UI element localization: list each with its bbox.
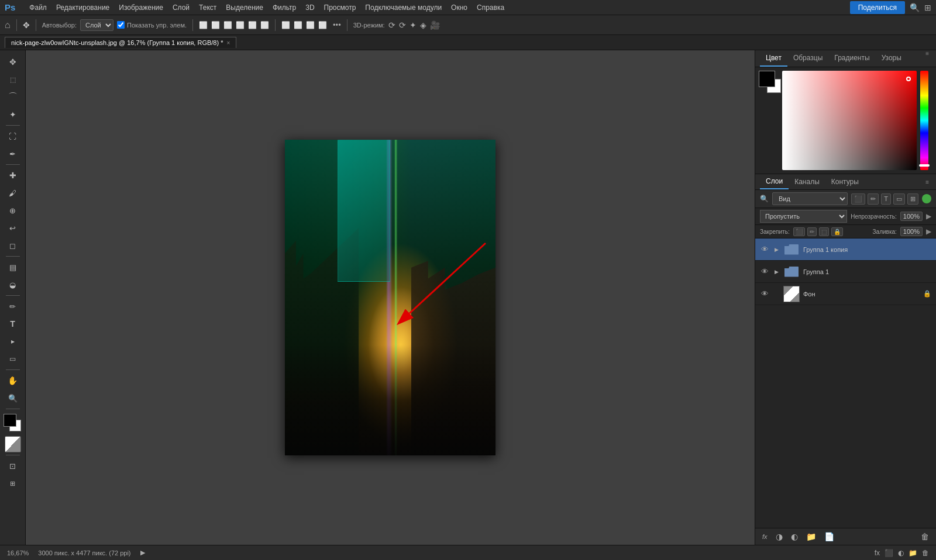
fill-value[interactable]: 100% xyxy=(900,227,923,236)
menu-edit[interactable]: Редактирование xyxy=(56,4,109,12)
menu-file[interactable]: Файл xyxy=(29,4,47,12)
tab-swatches[interactable]: Образцы xyxy=(787,50,828,67)
tab-channels[interactable]: Каналы xyxy=(789,175,825,189)
align-center-h-icon[interactable]: ⬜ xyxy=(211,21,220,29)
distribute4-icon[interactable]: ⬜ xyxy=(318,21,327,29)
pen-tool[interactable]: ✏ xyxy=(4,298,22,314)
tab-gradients[interactable]: Градиенты xyxy=(828,50,875,67)
align-right-icon[interactable]: ⬜ xyxy=(223,21,232,29)
blending-mode-select[interactable]: Пропустить xyxy=(760,210,847,223)
mode-3d-icon1[interactable]: ⟳ xyxy=(388,20,395,30)
align-left-icon[interactable]: ⬜ xyxy=(199,21,208,29)
history-brush-tool[interactable]: ↩ xyxy=(4,220,22,236)
menu-plugins[interactable]: Подключаемые модули xyxy=(365,4,442,12)
move-tool[interactable]: ✥ xyxy=(4,54,22,70)
layer-item[interactable]: 👁 Фон 🔒 xyxy=(755,283,936,305)
layer-filter-shape[interactable]: ▭ xyxy=(893,193,905,205)
home-icon[interactable]: ⌂ xyxy=(5,20,11,30)
show-transform-checkbox[interactable] xyxy=(117,21,125,29)
mode-3d-icon2[interactable]: ⟳ xyxy=(399,20,406,30)
lock-move-icon[interactable]: ✏ xyxy=(807,227,817,236)
color-main-picker[interactable] xyxy=(782,71,917,170)
path-select-tool[interactable]: ▸ xyxy=(4,333,22,350)
hand-tool[interactable]: ✋ xyxy=(4,372,22,389)
layer-expand-icon[interactable]: ▶ xyxy=(773,268,780,275)
tab-color[interactable]: Цвет xyxy=(760,50,787,67)
eyedropper-tool[interactable]: ✒ xyxy=(4,146,22,162)
layer-visibility-icon[interactable]: 👁 xyxy=(760,289,769,299)
eraser-tool[interactable]: ◻ xyxy=(4,237,22,254)
menu-select[interactable]: Выделение xyxy=(226,4,263,12)
layer-select-dropdown[interactable]: Слой xyxy=(80,19,113,31)
layer-visibility-icon[interactable]: 👁 xyxy=(760,267,769,276)
layer-fx-button[interactable]: fx xyxy=(760,532,770,541)
lock-all-icon[interactable]: 🔒 xyxy=(831,227,843,236)
screen-mode-button[interactable]: ⊡ xyxy=(4,458,22,474)
zoom-tool[interactable]: 🔍 xyxy=(4,390,22,406)
lasso-tool[interactable]: ⌒ xyxy=(4,89,22,105)
distribute2-icon[interactable]: ⬜ xyxy=(294,21,302,29)
mode-3d-icon3[interactable]: ✦ xyxy=(410,20,417,30)
layer-filter-adjust[interactable]: ✏ xyxy=(868,193,879,205)
hue-slider[interactable] xyxy=(920,71,928,170)
share-button[interactable]: Поделиться xyxy=(850,1,905,14)
foreground-swatch[interactable] xyxy=(759,71,775,87)
layer-filter-text[interactable]: T xyxy=(881,193,891,205)
layers-panel-collapse[interactable]: ≡ xyxy=(923,179,931,185)
layer-filter-toggle[interactable] xyxy=(922,194,931,203)
expand-icon[interactable]: ▶ xyxy=(140,549,145,556)
distribute-icon[interactable]: ⬜ xyxy=(281,21,290,29)
menu-filter[interactable]: Фильтр xyxy=(273,4,296,12)
layer-filter-pixel[interactable]: ⬛ xyxy=(851,193,865,205)
mask-status-icon[interactable]: ⬛ xyxy=(885,549,893,557)
menu-text[interactable]: Текст xyxy=(199,4,216,12)
text-tool[interactable]: T xyxy=(4,316,22,332)
mode-3d-icon4[interactable]: ◈ xyxy=(420,20,426,30)
layer-item[interactable]: 👁 ▶ Группа 1 копия xyxy=(755,238,936,261)
clone-tool[interactable]: ⊕ xyxy=(4,202,22,219)
layer-expand-icon[interactable]: ▶ xyxy=(773,246,780,253)
magic-wand-tool[interactable]: ✦ xyxy=(4,106,22,123)
fx-status-icon[interactable]: fx xyxy=(875,549,880,557)
lock-pixels-icon[interactable]: ⬛ xyxy=(793,227,805,236)
mode-3d-icon5[interactable]: 🎥 xyxy=(430,20,440,30)
menu-window[interactable]: Окно xyxy=(451,4,467,12)
gradient-tool[interactable]: ▤ xyxy=(4,259,22,275)
brush-tool[interactable]: 🖌 xyxy=(4,185,22,201)
tab-patterns[interactable]: Узоры xyxy=(876,50,907,67)
healing-tool[interactable]: ✚ xyxy=(4,167,22,184)
fill-expand[interactable]: ▶ xyxy=(926,227,931,236)
document-tab[interactable]: nick-page-zlw0owIGNtc-unsplash.jpg @ 16,… xyxy=(5,37,236,48)
color-swatches[interactable] xyxy=(4,414,22,433)
menu-help[interactable]: Справка xyxy=(477,4,504,12)
layers-filter-select[interactable]: Вид xyxy=(772,192,848,205)
quick-mask-toggle[interactable] xyxy=(5,436,21,452)
layer-item[interactable]: 👁 ▶ Группа 1 xyxy=(755,261,936,283)
menu-view[interactable]: Просмотр xyxy=(324,4,356,12)
lock-artboard-icon[interactable]: ⬚ xyxy=(819,227,829,236)
select-rect-tool[interactable]: ⬚ xyxy=(4,71,22,88)
tab-paths[interactable]: Контуры xyxy=(825,175,865,189)
menu-layer[interactable]: Слой xyxy=(173,4,190,12)
opacity-expand[interactable]: ▶ xyxy=(926,212,931,220)
opacity-value[interactable]: 100% xyxy=(900,212,923,221)
new-layer-button[interactable]: 📄 xyxy=(822,531,837,542)
crop-tool[interactable]: ⛶ xyxy=(4,128,22,144)
foreground-color[interactable] xyxy=(4,414,16,427)
distribute3-icon[interactable]: ⬜ xyxy=(306,21,315,29)
align-top-icon[interactable]: ⬜ xyxy=(236,21,245,29)
shape-tool[interactable]: ▭ xyxy=(4,351,22,367)
tab-close-button[interactable]: × xyxy=(226,40,230,46)
workspace-icon[interactable]: ⊞ xyxy=(924,3,931,12)
artboard-button[interactable]: ⊞ xyxy=(4,475,22,492)
menu-3d[interactable]: 3D xyxy=(305,4,314,12)
delete-layer-button[interactable]: 🗑 xyxy=(918,531,931,542)
adjustment-layer-button[interactable]: ◐ xyxy=(789,531,800,542)
add-mask-button[interactable]: ◑ xyxy=(773,531,785,542)
menu-image[interactable]: Изображение xyxy=(119,4,163,12)
new-group-status[interactable]: 📁 xyxy=(909,549,917,557)
tab-layers[interactable]: Слои xyxy=(760,174,789,189)
move-tool-icon[interactable]: ✥ xyxy=(23,20,30,30)
search-icon[interactable]: 🔍 xyxy=(910,3,920,12)
adjustment-status-icon[interactable]: ◐ xyxy=(898,549,904,557)
